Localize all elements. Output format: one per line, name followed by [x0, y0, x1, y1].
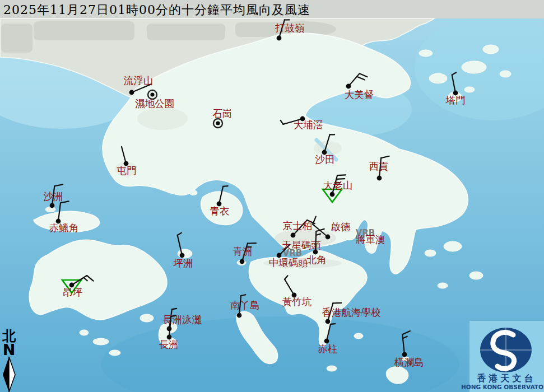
station-label: 中環碼頭 — [269, 257, 308, 268]
station-label: 坪洲 — [173, 258, 193, 269]
station-label: 長洲 — [159, 339, 179, 350]
station-label: 沙田 — [315, 154, 335, 165]
station-label: 打鼓嶺 — [275, 22, 305, 34]
station-label: 沙洲 — [44, 191, 63, 202]
wind-barb-half — [331, 324, 335, 324]
station-dot — [240, 259, 245, 264]
station-label: 黃竹坑 — [282, 296, 312, 307]
station-dot — [129, 90, 134, 95]
station-dot — [326, 319, 331, 324]
station-label: 大埔滘 — [294, 119, 323, 130]
station-label: 橫瀾島 — [394, 357, 424, 368]
station-label: 青衣 — [210, 206, 230, 217]
station-dot — [237, 313, 242, 318]
station-label: 長洲泳灘 — [162, 314, 202, 325]
station-label: 京士柏 — [283, 220, 313, 231]
station-dot — [291, 233, 296, 238]
hko-logo-chinese-name: 香港天文台 — [477, 373, 536, 384]
station-dot — [150, 92, 154, 96]
station-dot — [277, 36, 282, 41]
station-label: 大老山 — [323, 180, 353, 191]
station-label: 青洲 — [233, 246, 253, 257]
station-label: 昂坪 — [63, 287, 83, 298]
station-dot — [216, 121, 220, 125]
wind-barb-half — [172, 309, 176, 309]
station-label: 南丫島 — [230, 300, 260, 311]
station-label: 流浮山 — [124, 75, 154, 86]
hong-kong-wind-map: 打鼓嶺流浮山濕地公園石崗大美督大埔滘沙田西貢大老山塔門屯門沙洲赤鱲角昂坪青衣坪洲… — [0, 0, 544, 392]
station-dot — [326, 235, 331, 240]
wind-barb-full — [337, 175, 346, 175]
station-label: 西貢 — [369, 161, 389, 172]
wind-barb-staff — [315, 231, 316, 252]
map-land-sha-chau — [45, 207, 55, 212]
station-label: 塔門 — [445, 95, 466, 106]
wind-barb-full — [333, 303, 341, 304]
station-label: 赤柱 — [318, 343, 338, 354]
wind-map-page: 打鼓嶺流浮山濕地公園石崗大美督大埔滘沙田西貢大老山塔門屯門沙洲赤鱲角昂坪青衣坪洲… — [0, 0, 544, 392]
station-label: 香港航海學校 — [322, 307, 381, 318]
station-dot — [346, 84, 351, 89]
station-label: 將軍澳 — [356, 234, 385, 245]
station-label: 大美督 — [345, 89, 374, 100]
station-dot — [330, 192, 335, 197]
station-dot — [377, 176, 382, 181]
map-land-ma-wan — [189, 190, 197, 195]
station-label: 屯門 — [117, 165, 137, 176]
map-title: 2025年11月27日01時00分的十分鐘平均風向及風速 — [3, 2, 310, 18]
station-label: 赤鱲角 — [49, 222, 79, 234]
hko-logo: 香港天文台 HONG KONG OBSERVATORY — [461, 321, 544, 392]
hko-logo-english-name: HONG KONG OBSERVATORY — [461, 384, 544, 390]
station-label: 濕地公園 — [135, 98, 174, 109]
station-label: 啟德 — [331, 221, 351, 232]
station-dot — [50, 203, 55, 208]
wind-barb-half — [223, 186, 227, 186]
compass-n-letter: N — [3, 341, 16, 358]
wind-barb-full — [336, 179, 345, 179]
station-label: 北角 — [307, 254, 327, 265]
station-label: 石崗 — [213, 108, 233, 119]
